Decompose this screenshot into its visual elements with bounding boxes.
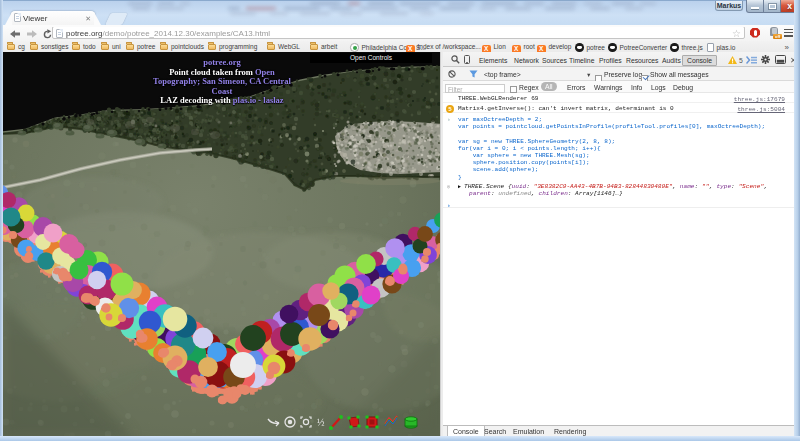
svg-text:½: ½	[317, 417, 325, 428]
